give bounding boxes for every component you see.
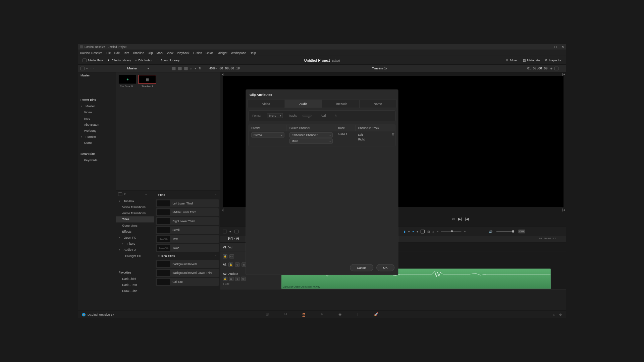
trash-icon[interactable]: 🗑 bbox=[392, 132, 394, 135]
fx-toolbox[interactable]: Toolbox bbox=[116, 198, 154, 204]
tab-cut[interactable]: ✂ bbox=[284, 312, 287, 317]
title-item[interactable]: Custom TitleText+ bbox=[156, 244, 219, 252]
favorites-header[interactable]: Favorites bbox=[116, 269, 154, 276]
add-button[interactable]: Add bbox=[317, 113, 329, 118]
bin-icon[interactable] bbox=[80, 67, 85, 70]
mark-in-icon[interactable]: ▭ bbox=[452, 217, 455, 221]
bin-fortnite[interactable]: Fortnite bbox=[78, 134, 116, 140]
zoom-full-icon[interactable]: ⊡ bbox=[427, 230, 430, 233]
view-grid-icon[interactable] bbox=[172, 67, 176, 70]
bin-video[interactable]: Video bbox=[78, 109, 116, 115]
title-item[interactable]: Call Out bbox=[156, 278, 219, 286]
bin-intro[interactable]: Intro bbox=[78, 115, 116, 121]
fx-filters[interactable]: Filters bbox=[116, 241, 154, 247]
chevron-icon[interactable]: ▾ bbox=[408, 230, 410, 233]
menu-playback[interactable]: Playback bbox=[177, 51, 190, 55]
zoom-level[interactable]: 45% bbox=[209, 67, 215, 70]
bin-master[interactable]: Master bbox=[78, 103, 116, 109]
tab-audio[interactable]: Audio bbox=[285, 100, 322, 107]
sort-icon[interactable]: ⇅ bbox=[199, 67, 201, 70]
power-bins-header[interactable]: Power Bins bbox=[78, 97, 116, 103]
timeline-chevron-icon[interactable]: ▾ bbox=[386, 67, 387, 70]
collapse-icon[interactable]: ⌃ bbox=[214, 193, 217, 197]
menu-help[interactable]: Help bbox=[250, 51, 256, 55]
zoom-out-icon[interactable]: ⌕ bbox=[432, 230, 434, 233]
menu-mark[interactable]: Mark bbox=[157, 51, 163, 55]
chevron-icon[interactable]: ▾ bbox=[417, 230, 418, 233]
tab-edit[interactable]: ⧉ bbox=[303, 312, 305, 317]
more-icon[interactable]: ⋯ bbox=[149, 192, 152, 196]
title-item[interactable]: Background Reveal Lower Third bbox=[156, 269, 219, 277]
master-header[interactable]: Master bbox=[78, 72, 116, 79]
menu-fairlight[interactable]: Fairlight bbox=[216, 51, 227, 55]
title-item[interactable]: Background Reveal bbox=[156, 260, 219, 268]
mute-button[interactable]: M bbox=[241, 277, 246, 281]
minimize-icon[interactable]: — bbox=[546, 45, 549, 49]
chevron-icon[interactable]: ▾ bbox=[124, 192, 126, 196]
step-fwd-icon[interactable]: ▸| bbox=[222, 72, 224, 76]
format-select[interactable]: Mono bbox=[267, 113, 283, 118]
fav-item[interactable]: Draw...Line bbox=[116, 288, 154, 294]
format-select[interactable]: Stereo bbox=[251, 132, 284, 137]
source-select-2[interactable]: Mute bbox=[289, 138, 333, 143]
step-fwd2-icon[interactable]: ▸| bbox=[222, 208, 224, 212]
lock-icon[interactable]: 🔒 bbox=[223, 254, 227, 258]
menu-timeline[interactable]: Timeline bbox=[133, 51, 144, 55]
clip-thumb[interactable]: ✦ Car Door O... bbox=[119, 75, 137, 88]
end-icon[interactable]: |◀ bbox=[465, 217, 469, 221]
clip-thumb[interactable]: ▦ Timeline 1 bbox=[139, 75, 156, 88]
search-icon[interactable]: ⌕ bbox=[145, 192, 147, 196]
lock-icon[interactable]: 🔓 bbox=[223, 277, 227, 281]
zoom-rect-icon[interactable] bbox=[421, 230, 425, 233]
record-icon[interactable]: ⊙ bbox=[235, 262, 240, 266]
fx-fairlight[interactable]: Fairlight FX bbox=[116, 253, 154, 259]
mixer-button[interactable]: ⊪Mixer bbox=[504, 57, 520, 63]
smart-bins-header[interactable]: Smart Bins bbox=[78, 150, 116, 157]
fx-audio-trans[interactable]: Audio Transitions bbox=[116, 210, 154, 216]
step-end2-icon[interactable]: |◂ bbox=[562, 208, 565, 212]
search-icon[interactable]: ⌕ bbox=[190, 67, 192, 70]
metadata-button[interactable]: ▤Metadata bbox=[521, 57, 542, 63]
ok-button[interactable]: OK bbox=[376, 264, 394, 271]
chevron-down-icon[interactable]: ▾ bbox=[86, 67, 88, 70]
menu-trim[interactable]: Trim bbox=[123, 51, 129, 55]
tab-color[interactable]: ◉ bbox=[338, 312, 341, 317]
nav-fwd-icon[interactable]: › bbox=[93, 67, 94, 70]
view-list-icon[interactable] bbox=[184, 67, 188, 70]
chevron-icon[interactable]: ▾ bbox=[195, 67, 196, 70]
pointer-icon[interactable] bbox=[234, 230, 238, 233]
cancel-button[interactable]: Cancel bbox=[350, 264, 373, 271]
title-item[interactable]: Middle Lower Third bbox=[156, 208, 219, 216]
menu-workspace[interactable]: Workspace bbox=[231, 51, 246, 55]
tab-media[interactable]: ⊞ bbox=[266, 312, 269, 317]
minus-icon[interactable]: − bbox=[437, 230, 438, 233]
fx-openfx[interactable]: Open FX bbox=[116, 235, 154, 241]
chevron-icon[interactable]: ▾ bbox=[229, 230, 231, 233]
zoom-chevron-icon[interactable]: ▾ bbox=[215, 67, 217, 70]
home-icon[interactable]: ⌂ bbox=[553, 313, 554, 316]
solo-button[interactable]: S bbox=[235, 277, 240, 281]
fx-panel-icon[interactable] bbox=[118, 192, 122, 196]
tab-fairlight[interactable]: ♪ bbox=[357, 312, 359, 317]
menu-clip[interactable]: Clip bbox=[148, 51, 153, 55]
marker-blue-icon[interactable]: ● bbox=[412, 230, 414, 233]
close-icon[interactable]: ✕ bbox=[561, 45, 564, 49]
menu-davinci[interactable]: DaVinci Resolve bbox=[80, 51, 102, 55]
curve-icon[interactable]: ⊡ bbox=[229, 277, 234, 281]
nav-back-icon[interactable]: ‹ bbox=[91, 67, 92, 70]
source-select[interactable]: Embedded Channel 1 bbox=[289, 132, 333, 137]
tab-name[interactable]: Name bbox=[359, 100, 396, 107]
more-icon[interactable]: ⋯ bbox=[204, 67, 207, 70]
tracks-input[interactable] bbox=[303, 115, 312, 117]
more-right-icon[interactable]: ⋯ bbox=[560, 67, 564, 70]
effects-library-button[interactable]: ✦Effects Library bbox=[105, 57, 133, 63]
flag-blue-icon[interactable]: ▮ bbox=[404, 230, 406, 233]
visible-icon[interactable]: ▭ bbox=[229, 254, 234, 258]
menu-file[interactable]: File bbox=[106, 51, 111, 55]
title-item[interactable]: Left Lower Third bbox=[156, 199, 219, 207]
plus-icon[interactable]: + bbox=[464, 230, 466, 233]
fx-video-trans[interactable]: Video Transitions bbox=[116, 204, 154, 210]
bin-outro[interactable]: Outro bbox=[78, 140, 116, 146]
dual-view-icon[interactable] bbox=[554, 67, 558, 70]
dim-button[interactable]: DIM bbox=[518, 230, 525, 233]
